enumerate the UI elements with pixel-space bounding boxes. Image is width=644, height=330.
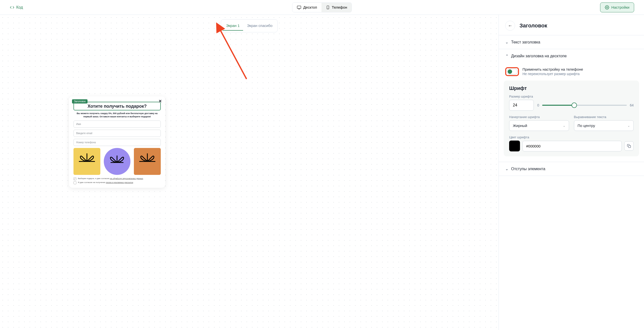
- gear-icon: [605, 5, 609, 10]
- svg-rect-3: [327, 6, 329, 9]
- device-desktop-label: Десктоп: [303, 5, 317, 9]
- arrow-left-icon: ←: [508, 23, 512, 28]
- font-size-label: Размер шрифта: [509, 95, 634, 98]
- text-align-label: Выравнивание текста: [574, 115, 634, 119]
- panel-title: Заголовок: [520, 23, 547, 29]
- popup-input-email[interactable]: Введите email: [74, 130, 161, 137]
- accordion-label: Отступы элемента: [511, 167, 546, 171]
- slider-min: 0: [537, 103, 539, 107]
- svg-point-5: [606, 7, 608, 8]
- accordion-label: Текст заголовка: [511, 40, 540, 45]
- popup-preview[interactable]: Заголовок ✕ Хотите получить подарок? Вы …: [69, 96, 165, 188]
- annotation-highlight: [505, 67, 519, 76]
- code-icon: [10, 5, 14, 10]
- popup-title: Хотите получить подарок?: [75, 104, 159, 109]
- accordion-title-text[interactable]: ⌄ Текст заголовка: [499, 35, 644, 49]
- font-section-title: Шрифт: [509, 85, 634, 91]
- font-size-input[interactable]: [509, 100, 534, 111]
- color-swatch[interactable]: [509, 140, 520, 151]
- font-size-slider[interactable]: [542, 105, 627, 106]
- copy-color-button[interactable]: [624, 141, 634, 151]
- chevron-down-icon: ⌄: [563, 124, 565, 127]
- consent-row-2[interactable]: Я даю согласие на получение писем и рекл…: [74, 181, 161, 184]
- accordion-label: Дизайн заголовка на десктопе: [511, 54, 566, 58]
- consent-text: Я даю согласие на получение: [78, 181, 106, 184]
- popup-input-phone[interactable]: Номер телефона: [74, 139, 161, 146]
- properties-panel: ← Заголовок ⌄ Текст заголовка ⌄ Дизайн з…: [498, 15, 644, 330]
- toggle-subtitle: Не переиспользует размер шрифта: [522, 72, 638, 76]
- popup-element-badge: Заголовок: [72, 99, 88, 103]
- chevron-down-icon: ⌄: [505, 167, 509, 171]
- screen-tab-thanks[interactable]: Экран спасибо: [244, 21, 276, 31]
- settings-button[interactable]: Настройки: [600, 3, 634, 12]
- select-value: По центру: [578, 123, 595, 128]
- slider-handle[interactable]: [572, 102, 577, 108]
- phone-icon: [326, 5, 330, 10]
- screen-tabs: Экран 1 Экран спасибо: [221, 19, 278, 32]
- popup-subtitle: Вы можете получить скидку 5%, 500 рублей…: [74, 112, 160, 118]
- checkbox-icon[interactable]: [74, 181, 76, 184]
- apply-on-phone-row: Применить настройку на телефоне Не переи…: [499, 63, 644, 80]
- toggle-title: Применить настройку на телефоне: [522, 67, 638, 71]
- popup-input-name[interactable]: Имя: [74, 120, 161, 128]
- font-weight-select[interactable]: Жирный ⌄: [509, 120, 569, 131]
- code-link[interactable]: Код: [10, 5, 23, 10]
- svg-line-6: [218, 27, 246, 79]
- font-weight-label: Начертание шрифта: [509, 115, 569, 119]
- gift-option-3[interactable]: [134, 148, 161, 175]
- gift-option-1[interactable]: [74, 148, 100, 175]
- consent-link[interactable]: писем и рекламных рассылок: [106, 181, 133, 184]
- device-switch: Десктоп Телефон: [292, 3, 352, 12]
- slider-max: 64: [630, 103, 634, 107]
- bow-icon: [79, 153, 95, 170]
- screen-tab-1[interactable]: Экран 1: [223, 21, 243, 31]
- accordion-margins[interactable]: ⌄ Отступы элемента: [499, 162, 644, 176]
- toggle-knob: [508, 69, 512, 74]
- desktop-icon: [297, 5, 301, 10]
- top-bar: Код Десктоп Телефон Настройки: [0, 0, 644, 15]
- svg-rect-0: [297, 6, 301, 9]
- chevron-up-icon: ⌄: [505, 54, 509, 58]
- back-button[interactable]: ←: [505, 21, 515, 31]
- select-value: Жирный: [513, 123, 527, 128]
- svg-rect-7: [628, 145, 631, 148]
- gift-row: [74, 148, 161, 175]
- bow-icon: [109, 153, 125, 170]
- copy-icon: [627, 144, 631, 148]
- color-hex-input[interactable]: [522, 141, 622, 151]
- popup-close-icon[interactable]: ✕: [158, 99, 162, 103]
- consent-link[interactable]: на обработку персональных данных: [110, 177, 143, 180]
- bow-icon: [139, 153, 155, 170]
- chevron-down-icon: ⌄: [628, 124, 630, 127]
- checkbox-icon[interactable]: ✓: [74, 177, 76, 180]
- apply-phone-toggle[interactable]: [507, 69, 518, 75]
- settings-label: Настройки: [611, 5, 630, 9]
- code-label: Код: [16, 5, 23, 10]
- consent-text: Выбирая подарок, я даю согласие: [78, 177, 110, 180]
- editor-canvas[interactable]: Экран 1 Экран спасибо Заголовок ✕ Хотите…: [0, 15, 498, 330]
- font-color-label: Цвет шрифта: [509, 135, 634, 139]
- text-align-select[interactable]: По центру ⌄: [574, 120, 634, 131]
- gift-option-2[interactable]: [104, 148, 131, 175]
- device-phone-button[interactable]: Телефон: [322, 3, 352, 12]
- accordion-design-desktop[interactable]: ⌄ Дизайн заголовка на десктопе: [499, 49, 644, 63]
- consent-row-1[interactable]: ✓ Выбирая подарок, я даю согласие на обр…: [74, 177, 161, 180]
- device-phone-label: Телефон: [332, 5, 347, 9]
- chevron-down-icon: ⌄: [505, 40, 509, 45]
- device-desktop-button[interactable]: Десктоп: [292, 3, 322, 12]
- font-section: Шрифт Размер шрифта 0 64 Начертание шриф…: [504, 81, 639, 156]
